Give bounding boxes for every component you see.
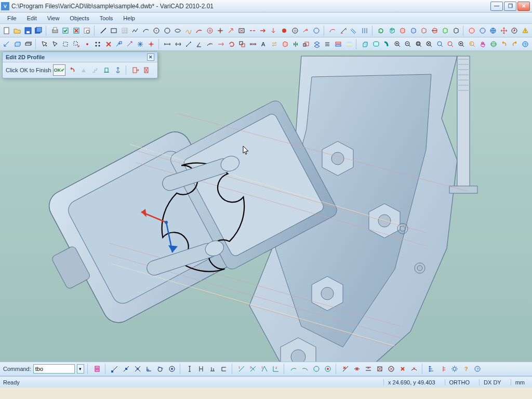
viewport-3d[interactable] [0,51,532,388]
arc-icon[interactable] [141,26,151,35]
snap-end-icon[interactable] [110,364,119,374]
list-icon[interactable] [323,39,332,49]
tree-icon[interactable] [427,364,436,374]
zoom-center-icon[interactable] [457,39,466,49]
cube-r3-icon[interactable] [430,26,439,35]
refresh-icon[interactable] [377,26,386,35]
spline-icon[interactable] [184,26,193,35]
warn-icon[interactable]: ! [521,26,530,35]
del-e-icon[interactable] [387,364,396,374]
arrow2-icon[interactable] [269,26,278,35]
help2-icon[interactable]: ? [473,364,482,374]
snap-dot-icon[interactable] [83,39,92,49]
command-history-icon[interactable]: ▾ [77,364,84,374]
pointer-icon[interactable] [40,39,49,49]
break-icon[interactable] [248,26,257,35]
snap-star-icon[interactable] [136,39,145,49]
delete-x-icon[interactable] [104,39,113,49]
meas4-icon[interactable]: 2 [271,364,281,374]
cube-r2-icon[interactable] [419,26,429,35]
dim-angle-icon[interactable] [195,39,204,49]
dim-vh-icon[interactable] [196,364,206,374]
calc-icon[interactable] [92,364,102,374]
cube-cut-icon[interactable] [281,39,290,49]
extrude-icon[interactable] [361,39,370,49]
move2-icon[interactable] [125,39,135,49]
del-c-icon[interactable] [364,364,373,374]
panel-step-icon[interactable] [90,65,100,75]
undo-icon[interactable] [499,39,509,49]
chamfer-icon[interactable] [339,26,348,35]
menu-view[interactable]: View [42,14,65,22]
edge-remove-icon[interactable] [237,26,247,35]
del-f-icon[interactable] [398,364,407,374]
dim-h2-icon[interactable] [174,39,183,49]
status-units[interactable]: mm [511,379,529,385]
cube-b-icon[interactable] [408,26,418,35]
redo-icon[interactable] [510,39,520,49]
menu-edit[interactable]: Edit [22,14,42,22]
circle-r2-icon[interactable]: R [290,26,300,35]
revolve-icon[interactable] [371,39,381,49]
circle-r-icon[interactable]: R [205,26,215,35]
panel-undo-icon[interactable] [68,65,77,75]
circle-tool-icon[interactable] [163,26,172,35]
snap-tan-icon[interactable] [156,364,165,374]
extend-icon[interactable] [227,26,236,35]
arc-m1-icon[interactable] [289,364,298,374]
file-save-icon[interactable] [23,26,33,35]
orbit-icon[interactable] [489,39,498,49]
cube-k-icon[interactable] [451,26,460,35]
zoom-prev-icon[interactable] [468,39,477,49]
del-a-icon[interactable] [341,364,350,374]
sweep-icon[interactable] [382,39,391,49]
dim-arrow-icon[interactable] [2,39,11,49]
circle-center-icon[interactable] [152,26,162,35]
lasso-arrow-icon[interactable] [72,39,81,49]
line-icon[interactable] [99,26,108,35]
discard-icon[interactable] [72,26,81,35]
restore-icon[interactable] [61,26,70,35]
info-icon[interactable]: ? [521,39,530,49]
panel-triangle-icon[interactable] [79,65,88,75]
file-saveall-icon[interactable] [34,26,44,35]
trim-icon[interactable] [216,26,225,35]
panel-anchor-icon[interactable] [113,65,123,75]
menu-file[interactable]: File [2,14,22,22]
zoom-win-icon[interactable] [414,39,423,49]
del-b-icon[interactable] [352,364,362,374]
ok-button[interactable]: OK✔ [53,64,65,76]
snap-mid-icon[interactable] [122,364,131,374]
cube-icon[interactable] [387,26,396,35]
meas2-icon[interactable]: 2 [248,364,258,374]
swap-icon[interactable] [270,39,279,49]
polyline-icon[interactable] [130,26,140,35]
file-open-icon[interactable] [13,26,22,35]
zoom-fit-icon[interactable] [425,39,434,49]
menu-objects[interactable]: Objects [64,14,94,22]
ellipse-icon[interactable] [174,26,183,35]
circle-bl-icon[interactable] [478,26,487,35]
tree2-icon[interactable] [438,364,448,374]
mirror-icon[interactable] [291,39,300,49]
snap-int-icon[interactable] [133,364,142,374]
rot-red-icon[interactable] [227,39,236,49]
panel-exit-icon[interactable] [131,65,140,75]
circ-m-icon[interactable] [312,364,321,374]
dim-align-icon[interactable] [184,39,194,49]
globe-icon[interactable] [489,26,498,35]
rect-icon[interactable] [109,26,118,35]
stack-icon[interactable] [334,39,343,49]
pan-icon[interactable] [478,39,487,49]
cube-r1-icon[interactable] [398,26,407,35]
command-input[interactable] [33,364,75,374]
zoom-in-icon[interactable] [393,39,402,49]
snap-grid-icon[interactable] [93,39,102,49]
dim-v-icon[interactable] [185,364,194,374]
dim-arc-icon[interactable] [206,39,215,49]
print-icon[interactable] [50,26,60,35]
menu-tools[interactable]: Tools [95,14,118,22]
parallel-icon[interactable] [360,26,369,35]
panel-gate-icon[interactable] [102,65,111,75]
stack2-icon[interactable] [344,39,354,49]
